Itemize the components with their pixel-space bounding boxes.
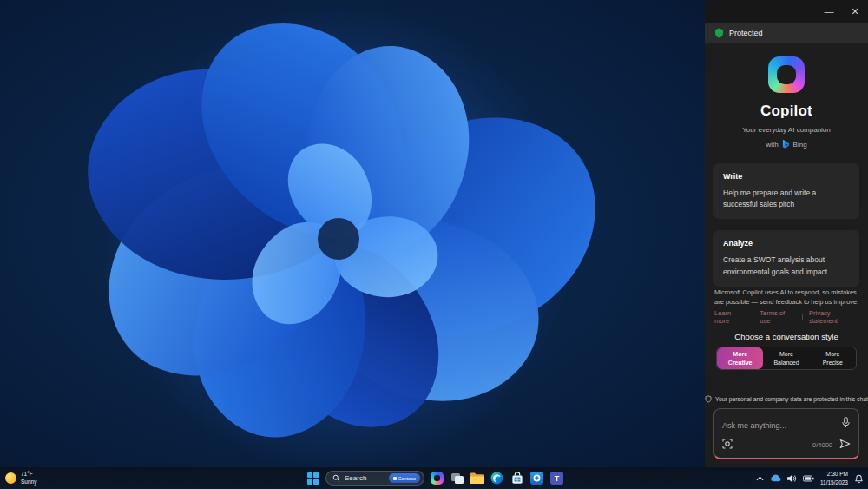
outlook-icon — [530, 472, 543, 485]
card-category: Analyze — [723, 239, 850, 248]
minimize-button[interactable]: — — [816, 0, 842, 23]
weather-condition: Sunny — [21, 479, 36, 486]
taskbar: 71°F Sunny Search Contoso — [0, 467, 868, 489]
tray-overflow-chevron-icon[interactable] — [756, 476, 764, 481]
task-view-button[interactable] — [450, 471, 464, 486]
style-option-line1: More — [779, 350, 793, 358]
style-option-creative[interactable]: More Creative — [717, 347, 763, 369]
copilot-subtitle: Your everyday AI companion — [705, 126, 868, 134]
with-text: with — [766, 141, 778, 149]
card-prompt: Help me prepare and write a successful s… — [723, 188, 850, 210]
composer-toolbar: 0/4000 — [722, 437, 851, 453]
data-protection-note: Your personal and company data are prote… — [705, 395, 868, 403]
copilot-icon — [431, 472, 444, 485]
suggestion-card-analyze[interactable]: Analyze Create a SWOT analysis about env… — [713, 230, 859, 286]
style-option-precise[interactable]: More Precise — [810, 347, 856, 369]
taskbar-copilot-button[interactable] — [430, 471, 444, 486]
folder-icon — [470, 472, 484, 484]
style-option-line2: Creative — [728, 359, 753, 367]
clock-date: 11/15/2023 — [820, 479, 848, 486]
style-option-line2: Precise — [823, 359, 843, 367]
bloom-flower-art — [26, 0, 686, 486]
suggestion-cards: Write Help me prepare and write a succes… — [713, 163, 859, 287]
search-label: Search — [345, 474, 385, 482]
shield-icon — [714, 28, 724, 38]
system-tray: 2:30 PM 11/15/2023 — [756, 470, 864, 486]
search-box[interactable]: Search Contoso — [326, 471, 424, 486]
teams-icon: T — [550, 472, 563, 485]
weather-temperature: 71°F — [21, 471, 36, 479]
sunny-icon — [5, 472, 16, 484]
copilot-logo-icon — [768, 56, 805, 93]
microsoft-store-button[interactable] — [510, 471, 524, 486]
onedrive-cloud-icon[interactable] — [770, 474, 781, 482]
search-icon — [332, 474, 340, 482]
learn-more-link[interactable]: Learn more — [714, 309, 746, 325]
ai-disclaimer: Microsoft Copilot uses AI to respond, so… — [714, 287, 859, 307]
contoso-badge: Contoso — [389, 473, 421, 483]
with-bing-line: with Bing — [705, 140, 868, 149]
send-icon[interactable] — [839, 437, 851, 453]
style-option-line1: More — [733, 350, 747, 358]
terms-of-use-link[interactable]: Terms of use — [760, 309, 796, 325]
edge-icon — [490, 472, 503, 485]
battery-icon[interactable] — [803, 475, 814, 482]
notification-bell-icon[interactable] — [854, 473, 864, 484]
char-counter: 0/4000 — [812, 441, 832, 449]
card-category: Write — [723, 172, 850, 181]
suggestion-card-write[interactable]: Write Help me prepare and write a succes… — [713, 163, 859, 219]
link-divider — [802, 314, 803, 320]
weather-widget[interactable]: 71°F Sunny — [5, 471, 36, 486]
card-prompt: Create a SWOT analysis about environment… — [723, 254, 850, 277]
taskbar-center: Search Contoso — [306, 471, 564, 486]
clock-widget[interactable]: 2:30 PM 11/15/2023 — [820, 470, 848, 486]
bing-text: Bing — [793, 141, 807, 149]
store-icon — [511, 472, 523, 485]
close-button[interactable]: ✕ — [842, 0, 868, 23]
teams-button[interactable]: T — [549, 471, 564, 486]
protected-bar: Protected — [705, 23, 868, 43]
contoso-badge-label: Contoso — [398, 476, 417, 481]
protected-label: Protected — [729, 29, 763, 37]
style-option-line2: Balanced — [773, 359, 799, 367]
panel-titlebar: — ✕ — [705, 0, 868, 23]
footer-links: Learn more Terms of use Privacy statemen… — [714, 309, 859, 325]
conversation-style-heading: Choose a conversation style — [705, 332, 868, 341]
windows-logo-icon — [307, 472, 319, 485]
composer-right-group: 0/4000 — [812, 437, 851, 453]
copilot-title: Copilot — [705, 102, 868, 120]
task-view-icon — [451, 473, 464, 484]
screen: — ✕ Protected Copilot Your everyday AI c… — [0, 0, 868, 489]
outlook-button[interactable] — [529, 471, 544, 486]
start-button[interactable] — [306, 471, 320, 486]
clock-time: 2:30 PM — [820, 470, 848, 478]
volume-icon[interactable] — [787, 474, 797, 483]
shield-outline-icon — [705, 395, 712, 403]
add-screenshot-icon[interactable] — [722, 437, 733, 453]
privacy-statement-link[interactable]: Privacy statement — [809, 309, 859, 325]
chat-input[interactable] — [722, 421, 852, 430]
file-explorer-button[interactable] — [470, 471, 484, 486]
microphone-icon[interactable] — [841, 416, 851, 432]
chat-composer: 0/4000 — [713, 408, 859, 459]
data-protection-text: Your personal and company data are prote… — [715, 396, 868, 402]
style-option-line1: More — [825, 350, 839, 358]
copilot-panel: — ✕ Protected Copilot Your everyday AI c… — [705, 0, 868, 467]
bing-icon — [782, 140, 790, 149]
edge-button[interactable] — [490, 471, 504, 486]
contoso-logo-icon — [393, 477, 397, 480]
style-option-balanced[interactable]: More Balanced — [763, 347, 809, 369]
conversation-style-picker: More Creative More Balanced More Precise — [716, 347, 857, 370]
link-divider — [753, 314, 753, 320]
copilot-hero: Copilot Your everyday AI companion with … — [705, 56, 868, 149]
